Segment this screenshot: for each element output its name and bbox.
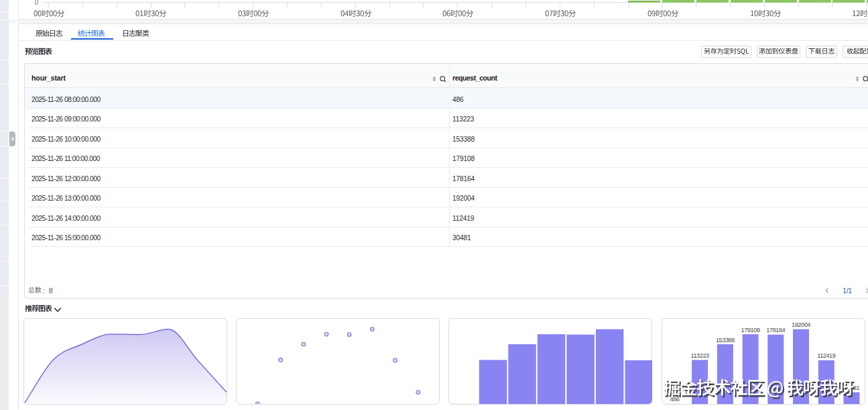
svg-text:153388: 153388: [715, 337, 734, 344]
svg-text:179108: 179108: [741, 327, 759, 334]
svg-text:178164: 178164: [766, 327, 785, 334]
svg-text:192004: 192004: [792, 321, 810, 328]
svg-text:112419: 112419: [817, 353, 836, 360]
svg-text:113223: 113223: [690, 352, 709, 359]
